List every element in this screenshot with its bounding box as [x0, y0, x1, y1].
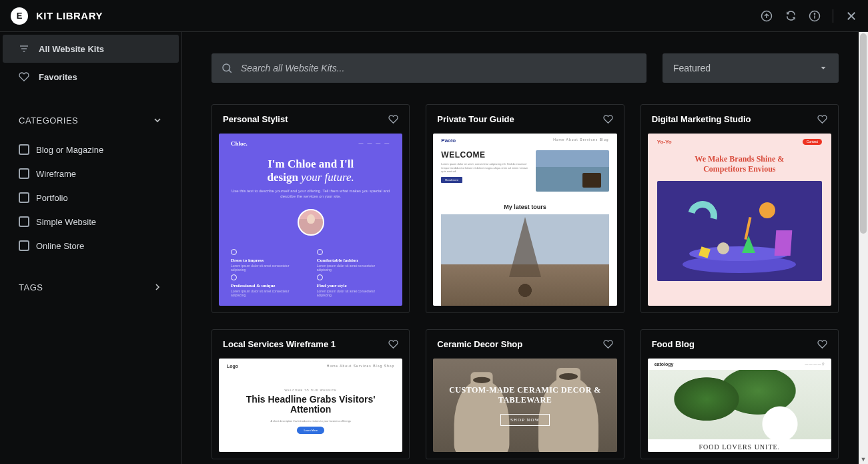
category-checkbox[interactable]: Online Store: [19, 234, 163, 258]
refresh-icon[interactable]: [785, 10, 797, 22]
thumb-image: [441, 214, 608, 306]
scroll-down-icon[interactable]: ▼: [859, 455, 868, 464]
thumb-button: Learn More: [297, 427, 324, 434]
sidebar-item-favorites[interactable]: Favorites: [3, 63, 179, 91]
chevron-down-icon: [152, 115, 163, 126]
category-label: Online Store: [36, 241, 84, 251]
thumb-nav: Home About Services Blog Shop: [327, 364, 395, 369]
category-label: Blog or Magazine: [36, 145, 103, 155]
categories-list: Blog or Magazine Wireframe Portfolio Sim…: [0, 134, 181, 274]
categories-label: CATEGORIES: [19, 115, 78, 126]
scrollbar-thumb[interactable]: [860, 33, 867, 234]
svg-marker-11: [821, 67, 826, 69]
thumb-caption: FOOD LOVERS UNITE.: [648, 439, 831, 452]
search-field[interactable]: [211, 53, 646, 83]
checkbox-icon: [19, 144, 29, 155]
card-header: Private Tour Guide: [426, 105, 623, 134]
thumb-text: design: [268, 171, 302, 184]
thumb-button: Contact: [803, 139, 822, 145]
favorite-toggle[interactable]: [603, 114, 613, 124]
thumb-nav: — — — — ⚲: [805, 362, 825, 367]
favorite-toggle[interactable]: [603, 339, 613, 349]
card-thumbnail: eatology— — — — ⚲ FOOD LOVERS UNITE.: [648, 359, 831, 452]
search-input[interactable]: [241, 63, 637, 73]
thumb-headline: I'm Chloe and I'll design your future.: [231, 158, 390, 184]
sort-dropdown[interactable]: Featured: [663, 53, 839, 83]
favorite-toggle[interactable]: [388, 114, 398, 124]
category-label: Portfolio: [36, 193, 68, 203]
card-header: Food Blog: [641, 330, 838, 359]
thumb-text: your future.: [301, 171, 354, 184]
thumb-text: Professional & unique: [231, 283, 305, 288]
thumb-text: WELCOME TO OUR WEBSITE: [227, 389, 394, 392]
thumb-image: [536, 150, 609, 192]
kit-card[interactable]: Digital Marketing Studio Yo-YoContact We…: [640, 104, 839, 313]
search-icon: [221, 62, 233, 74]
thumb-brand: Paolo: [441, 138, 456, 144]
categories-header[interactable]: CATEGORIES: [0, 107, 181, 134]
filter-icon: [19, 43, 29, 54]
card-header: Personal Stylist: [212, 105, 409, 134]
thumb-subtext: Use this text to describe yourself and y…: [231, 189, 390, 200]
category-checkbox[interactable]: Wireframe: [19, 162, 163, 186]
thumb-text: Lorem ipsum dolor sit amet consectetur a…: [317, 264, 391, 272]
thumb-image: [657, 181, 822, 281]
thumb-brand: Chloe.: [231, 140, 248, 147]
tags-header[interactable]: TAGS: [0, 274, 181, 300]
header-divider: [833, 9, 833, 23]
card-title: Ceramic Decor Shop: [437, 339, 522, 349]
card-thumbnail: PaoloHome About Services Blog WELCOME Lo…: [433, 134, 616, 306]
thumb-text: Lorem ipsum dolor sit amet consectetur a…: [231, 289, 305, 297]
thumb-nav: — — — —: [358, 140, 390, 147]
thumb-headline: CUSTOM-MADE CERAMIC DECOR & TABLEWARE: [433, 385, 616, 405]
kit-card[interactable]: Ceramic Decor Shop CUSTOM-MADE CERAMIC D…: [426, 329, 624, 459]
favorite-toggle[interactable]: [817, 339, 827, 349]
category-checkbox[interactable]: Blog or Magazine: [19, 138, 163, 162]
card-header: Digital Marketing Studio: [641, 105, 838, 134]
checkbox-icon: [19, 168, 29, 179]
heart-icon: [19, 71, 29, 82]
favorite-toggle[interactable]: [817, 114, 827, 124]
thumb-text: I'm Chloe and I'll: [231, 158, 390, 171]
category-checkbox[interactable]: Portfolio: [19, 186, 163, 210]
svg-point-3: [814, 13, 815, 14]
card-header: Ceramic Decor Shop: [426, 330, 623, 359]
page-scrollbar[interactable]: ▲ ▼: [859, 32, 868, 464]
header-left: E KIT LIBRARY: [11, 7, 103, 25]
kit-card[interactable]: Personal Stylist Chloe.— — — — I'm Chloe…: [211, 104, 410, 313]
upload-icon[interactable]: [761, 10, 773, 22]
sidebar-item-label: All Website Kits: [39, 44, 104, 54]
thumb-headline: WELCOME: [441, 150, 528, 160]
kit-card[interactable]: Food Blog eatology— — — — ⚲ FOOD LOVERS …: [640, 329, 839, 459]
sidebar-item-label: Favorites: [39, 72, 77, 82]
category-checkbox[interactable]: Simple Website: [19, 210, 163, 234]
card-thumbnail: LogoHome About Services Blog Shop WELCOM…: [219, 359, 402, 452]
app-header: E KIT LIBRARY: [0, 0, 868, 32]
checkbox-icon: [19, 240, 29, 251]
category-label: Simple Website: [36, 217, 96, 227]
info-icon[interactable]: [809, 10, 821, 22]
thumb-text: Dress to impress: [231, 258, 305, 263]
sort-value: Featured: [673, 63, 711, 73]
thumb-text: Lorem ipsum dolor sit amet consectetur a…: [231, 264, 305, 272]
toolbar: Featured: [211, 53, 839, 83]
elementor-logo-icon: E: [11, 7, 28, 25]
svg-point-9: [223, 64, 230, 71]
card-title: Local Services Wireframe 1: [223, 339, 336, 349]
card-title: Digital Marketing Studio: [652, 114, 751, 124]
thumb-text: Lorem ipsum dolor sit amet, consectetur …: [441, 162, 528, 174]
kits-grid: Personal Stylist Chloe.— — — — I'm Chloe…: [211, 104, 839, 459]
card-thumbnail: Chloe.— — — — I'm Chloe and I'll design …: [219, 134, 402, 306]
kit-card[interactable]: Private Tour Guide PaoloHome About Servi…: [426, 104, 624, 313]
thumb-brand: eatology: [655, 362, 674, 367]
kit-card[interactable]: Local Services Wireframe 1 LogoHome Abou…: [211, 329, 410, 459]
thumb-brand: Yo-Yo: [657, 139, 672, 145]
close-icon[interactable]: [845, 10, 857, 22]
chevron-down-icon: [819, 63, 828, 73]
main-content: Featured Personal Stylist Chloe.— — — —: [182, 32, 868, 464]
sidebar-item-all-kits[interactable]: All Website Kits: [3, 35, 179, 63]
chevron-right-icon: [152, 282, 163, 292]
thumb-button: Read more: [441, 177, 462, 183]
favorite-toggle[interactable]: [388, 339, 398, 349]
checkbox-icon: [19, 216, 29, 227]
